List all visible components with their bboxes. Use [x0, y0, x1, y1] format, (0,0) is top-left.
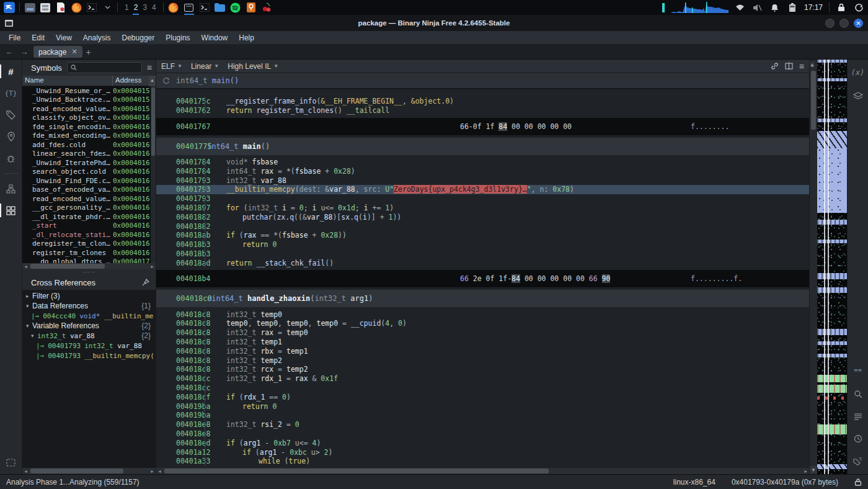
code-line[interactable]: 00401793int32_t var_88 [156, 176, 809, 185]
code-line[interactable]: 00401897for (int32_t i = 0; i u<= 0x1d; … [156, 204, 809, 213]
code-line[interactable]: 004018cfif (rdx_1 == 0) [156, 392, 809, 402]
column-name[interactable]: Name [22, 76, 113, 86]
code-line[interactable]: 004018c8int32_t rcx = temp2 [156, 365, 809, 374]
code-line[interactable]: 00401882 [156, 222, 809, 231]
firefox-icon[interactable] [168, 2, 179, 13]
firefox-icon[interactable] [71, 2, 82, 13]
symbol-row[interactable]: search_object.cold0x0004016 [22, 168, 156, 177]
nav-forward-button[interactable]: → [19, 47, 30, 56]
lock-icon[interactable] [836, 2, 847, 13]
tab-package[interactable]: package ✕ [33, 46, 82, 58]
code-line[interactable]: 004018abif (rax == *(fsbase + 0x28)) [156, 231, 809, 240]
debugger-icon[interactable] [4, 151, 19, 165]
stack-view-icon[interactable] [851, 89, 866, 103]
menu-debugger[interactable]: Debugger [117, 32, 160, 43]
symbol-row[interactable]: read_encoded_value…0x0004016 [22, 194, 156, 204]
code-line[interactable]: 00401762return register_tm_clones() __ta… [156, 106, 809, 115]
code-line[interactable]: 00401793 [156, 194, 809, 204]
active-window-icon[interactable] [184, 2, 195, 13]
code-vertical-scrollbar[interactable]: ▲ ▼ [809, 60, 817, 474]
code-line[interactable]: 004018adreturn __stack_chk_fail() [156, 258, 809, 267]
minimize-button[interactable] [825, 19, 835, 28]
symbol-row[interactable]: linear_search_fdes…0x0004016 [22, 150, 156, 159]
nav-back-button[interactable]: ← [4, 47, 15, 56]
text-editor-icon[interactable] [55, 2, 66, 13]
status-lock-icon[interactable] [854, 478, 862, 486]
xref-group[interactable]: ▸Filter (3) [22, 291, 156, 301]
call-graph-icon[interactable] [4, 182, 19, 195]
code-line[interactable]: 004018c8int32_t temp0 [156, 310, 809, 319]
function-signature-row[interactable]: 00401775int64_t main() [156, 138, 809, 155]
xref-entry[interactable]: |→00401793int32_t var_88 [22, 341, 156, 351]
code-line[interactable]: 00401784int64_t rax = *(fsbase + 0x28) [156, 166, 809, 176]
cherrytree-icon[interactable] [261, 2, 272, 13]
keepass-icon[interactable] [246, 2, 257, 13]
symbol-row[interactable]: _Unwind_Resume_or_…0x0004015 [22, 86, 156, 96]
terminal-icon[interactable] [86, 2, 97, 13]
symbol-row[interactable]: classify_object_ov…0x0004016 [22, 114, 156, 123]
panel-splitter[interactable]: ┈┈┈ [22, 269, 156, 275]
file-manager-icon[interactable] [40, 2, 51, 13]
code-line[interactable]: 004018b3 [156, 249, 809, 259]
menu-analysis[interactable]: Analysis [78, 32, 116, 43]
code-line[interactable]: 00401784void* fsbase [156, 158, 809, 167]
hex-dump-row[interactable]: 0040176766-0f 1f 84 00 00 00 00 00f.....… [156, 118, 809, 135]
hex-dump-row[interactable]: 004018b466 2e 0f 1f-84 00 00 00 00 00 66… [156, 270, 809, 287]
memory-map-icon[interactable] [4, 130, 19, 143]
code-line[interactable]: 004018c8temp0, temp0, temp0, temp0 = __c… [156, 319, 809, 328]
new-tab-button[interactable]: + [86, 47, 91, 57]
code-line[interactable]: 004018ccint32_t rdx_1 = rax & 0x1f [156, 374, 809, 384]
power-icon[interactable] [853, 2, 864, 13]
tab-close-icon[interactable]: ✕ [71, 48, 77, 56]
symbols-horizontal-scrollbar[interactable]: ◂▸ [22, 263, 156, 269]
layout-selector[interactable]: Linear▼ [191, 62, 219, 71]
terminal-icon[interactable] [199, 2, 210, 13]
modules-icon[interactable] [4, 204, 19, 217]
window-titlebar[interactable]: package — Binary Ninja Free 4.2.6455-Sta… [0, 15, 868, 31]
battery-icon[interactable] [787, 2, 798, 13]
code-line[interactable]: 00401a33while (true) [156, 457, 809, 466]
symbol-row[interactable]: _start0x0004016 [22, 222, 156, 231]
kali-logo[interactable] [4, 2, 15, 13]
sticky-function-header[interactable]: int64_t main() [156, 73, 809, 89]
symbols-icon[interactable]: # [4, 65, 19, 78]
code-line[interactable]: 004018e8int32_t rsi_2 = 0 [156, 420, 809, 429]
folder-icon[interactable] [215, 2, 226, 13]
pin-icon[interactable] [142, 279, 149, 286]
menu-plugins[interactable]: Plugins [161, 32, 195, 43]
symbol-row[interactable]: __gcc_personality_…0x0004016 [22, 204, 156, 213]
history-icon[interactable] [851, 432, 866, 446]
code-line[interactable]: 004018c8int32_t temp2 [156, 356, 809, 365]
tag-list-icon[interactable] [851, 454, 866, 468]
symbol-row[interactable]: fde_mixed_encoding…0x0004016 [22, 132, 156, 141]
workspace-2[interactable]: 2 [134, 3, 138, 12]
symbol-row[interactable]: register_tm_clones0x0004016 [22, 248, 156, 258]
code-line[interactable]: 004018edif (arg1 - 0xb7 u<= 4) [156, 438, 809, 447]
code-line[interactable]: 004018e8 [156, 429, 809, 439]
spotify-icon[interactable] [230, 2, 241, 13]
symbol-row[interactable]: fde_single_encodin…0x0004016 [22, 122, 156, 132]
code-line[interactable]: 00401882putchar(zx.q((&var_88)[sx.q(i)] … [156, 212, 809, 222]
il-selector[interactable]: High Level IL▼ [228, 62, 278, 71]
xrefs-horizontal-scrollbar[interactable]: ◂▸ [22, 468, 156, 474]
format-selector[interactable]: ELF▼ [161, 62, 182, 71]
symbol-row[interactable]: _Unwind_Find_FDE.c…0x0004016 [22, 176, 156, 186]
strings-icon[interactable]: ”” [851, 365, 866, 379]
variables-icon[interactable]: (x) [851, 66, 866, 79]
scroll-up-icon[interactable]: ▲ [149, 76, 156, 86]
console-icon[interactable] [4, 455, 19, 469]
feature-map[interactable] [817, 60, 847, 474]
xref-entry[interactable]: |→004ccc40void* __builtin_me [22, 311, 156, 321]
symbol-row[interactable]: _Unwind_IteratePhd…0x0004016 [22, 158, 156, 168]
symbol-row[interactable]: read_encoded_value…0x0004015 [22, 104, 156, 114]
platform-label[interactable]: linux-x86_64 [673, 478, 715, 487]
symbol-row[interactable]: __do_global_dtors_…0x0004017 [22, 258, 156, 264]
workspace-1[interactable]: 1 [125, 3, 129, 12]
menu-window[interactable]: Window [197, 32, 233, 43]
maximize-button[interactable] [839, 19, 849, 28]
symbols-table-header[interactable]: Name Address ▲ [22, 76, 156, 86]
workspace-3[interactable]: 3 [143, 3, 147, 12]
window-app-icon[interactable] [24, 2, 35, 13]
menu-edit[interactable]: Edit [27, 32, 50, 43]
symbol-row[interactable]: deregister_tm_clon…0x0004016 [22, 240, 156, 249]
